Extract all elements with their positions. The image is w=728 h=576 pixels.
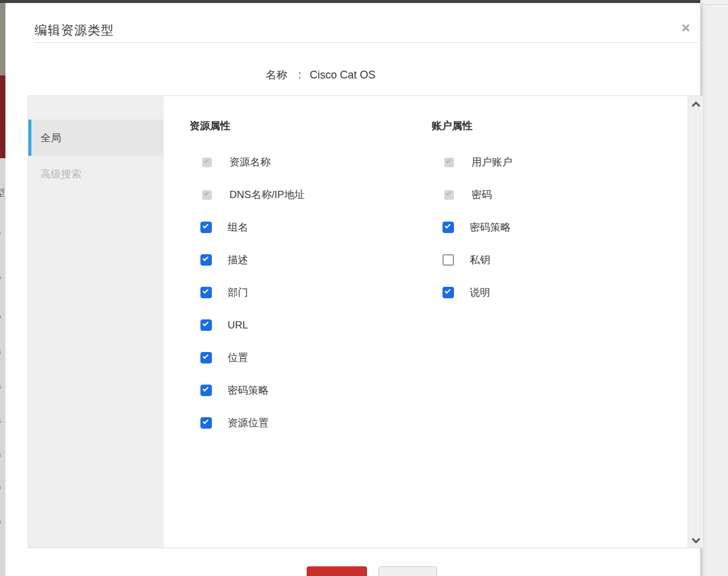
name-separator: : <box>298 69 301 81</box>
checkbox-label: 密码策略 <box>228 383 269 397</box>
checkbox-label: 资源名称 <box>229 155 270 169</box>
checkbox[interactable] <box>442 222 454 233</box>
check-icon <box>203 288 209 294</box>
background-text-fragment: 9 <box>0 482 5 493</box>
background-text-fragment: 型 <box>0 187 5 199</box>
checkbox-list: 资源名称 DNS名称/IP地址 组名 描述 部门 URL 位置 密码策略 资源位… <box>190 156 406 429</box>
background-top-band <box>0 0 700 3</box>
scrollbar[interactable] <box>688 96 703 548</box>
background-text-fragment: a <box>0 345 5 356</box>
checkbox-label: 组名 <box>228 220 248 234</box>
background-left-strip: 型eooaaaa99 <box>0 0 5 576</box>
checkbox-row: 组名 <box>200 222 406 233</box>
background-text-fragment: o <box>0 272 5 282</box>
name-field-row: 名称 : Cisco Cat OS <box>266 68 375 82</box>
checkbox-row: 说明 <box>442 287 688 298</box>
check-icon <box>445 288 451 294</box>
sidebar-item-advanced-search[interactable]: 高级搜索 <box>28 156 164 192</box>
edit-resource-type-dialog: 编辑资源类型 ✕ 名称 : Cisco Cat OS 全局 高级搜索 资源属性 … <box>5 3 700 576</box>
checkbox-label: 说明 <box>470 286 490 299</box>
sidebar-tabs: 全局 高级搜索 <box>28 96 164 548</box>
dialog-title: 编辑资源类型 <box>34 22 114 39</box>
close-icon[interactable]: ✕ <box>681 22 691 34</box>
checkbox-label: 密码策略 <box>470 220 511 234</box>
dialog-header: 编辑资源类型 ✕ <box>34 3 698 43</box>
check-icon <box>204 158 209 162</box>
checkbox-label: 描述 <box>228 253 248 267</box>
background-toolbar-fragment <box>0 3 5 75</box>
check-icon <box>203 321 209 327</box>
secondary-action-button[interactable] <box>378 566 437 576</box>
sidebar-item-global[interactable]: 全局 <box>28 120 164 156</box>
background-text-fragment: a <box>0 380 5 390</box>
background-text-fragment: o <box>0 311 5 321</box>
checkbox-row: 资源名称 <box>200 156 406 168</box>
checkbox-label: 位置 <box>228 351 248 365</box>
checkbox-label: 用户账户 <box>471 155 512 169</box>
background-text-fragment: a <box>0 448 5 458</box>
checkbox-row: 描述 <box>200 254 406 266</box>
check-icon <box>203 223 209 229</box>
checkbox-row: 资源位置 <box>200 417 406 429</box>
check-icon <box>446 190 451 195</box>
checkbox[interactable] <box>200 222 212 233</box>
property-column: 账户属性 用户账户 密码 密码策略 私钥 说明 <box>406 119 688 548</box>
checkbox-label: DNS名称/IP地址 <box>229 188 305 202</box>
background-text-fragment: a <box>0 414 5 424</box>
checkbox-list: 用户账户 密码 密码策略 私钥 说明 <box>432 156 688 298</box>
checkbox-row: 密码策略 <box>200 385 406 396</box>
checkbox-row: 密码策略 <box>442 222 688 233</box>
checkbox-row: DNS名称/IP地址 <box>200 189 406 200</box>
checkbox-label: 密码 <box>471 188 492 202</box>
check-icon <box>203 255 209 261</box>
primary-action-button[interactable] <box>307 566 367 576</box>
name-value: Cisco Cat OS <box>310 69 375 81</box>
checkbox-label: 资源位置 <box>228 416 269 430</box>
sidebar-item-label: 全局 <box>40 131 61 145</box>
checkbox[interactable] <box>200 352 212 363</box>
check-icon <box>446 158 451 162</box>
check-icon <box>203 418 209 424</box>
checkbox[interactable] <box>442 254 454 266</box>
checkbox <box>444 158 454 167</box>
checkbox-row: 密码 <box>442 189 688 200</box>
screen: 型eooaaaa99 编辑资源类型 ✕ 名称 : Cisco Cat OS 全局… <box>0 0 728 576</box>
checkbox-label: 私钥 <box>470 253 490 267</box>
name-label: 名称 <box>266 69 287 81</box>
column-title: 账户属性 <box>432 119 688 132</box>
check-icon <box>445 223 451 229</box>
background-text-fragment: 9 <box>0 517 5 527</box>
checkbox[interactable] <box>200 385 212 396</box>
checkbox-label: URL <box>228 319 248 331</box>
checkbox <box>202 190 212 200</box>
scroll-up-icon[interactable] <box>691 101 701 107</box>
checkbox[interactable] <box>200 287 212 298</box>
column-title: 资源属性 <box>190 119 406 132</box>
scroll-down-icon[interactable] <box>691 537 701 543</box>
checkbox[interactable] <box>442 287 454 298</box>
checkbox-row: 私钥 <box>442 254 688 266</box>
sidebar-item-label: 高级搜索 <box>40 167 81 181</box>
checkbox-row: URL <box>200 319 406 331</box>
checkbox[interactable] <box>200 319 212 331</box>
checkbox <box>444 190 454 200</box>
checkbox <box>202 158 212 167</box>
background-nav-fragment <box>0 75 5 158</box>
check-icon <box>203 353 209 359</box>
check-icon <box>204 190 209 195</box>
checkbox-row: 用户账户 <box>442 156 688 168</box>
checkbox-row: 部门 <box>200 287 406 298</box>
checkbox[interactable] <box>200 417 212 429</box>
checkbox-row: 位置 <box>200 352 406 363</box>
checkbox[interactable] <box>200 254 212 266</box>
properties-area: 资源属性 资源名称 DNS名称/IP地址 组名 描述 部门 URL 位置 密码策… <box>164 96 688 548</box>
check-icon <box>203 386 209 392</box>
properties-panel: 全局 高级搜索 资源属性 资源名称 DNS名称/IP地址 组名 描述 部门 UR… <box>28 95 704 548</box>
background-right-line <box>700 4 728 5</box>
background-text-fragment: e <box>0 228 5 238</box>
checkbox-label: 部门 <box>228 286 248 299</box>
property-column: 资源属性 资源名称 DNS名称/IP地址 组名 描述 部门 URL 位置 密码策… <box>164 119 406 548</box>
